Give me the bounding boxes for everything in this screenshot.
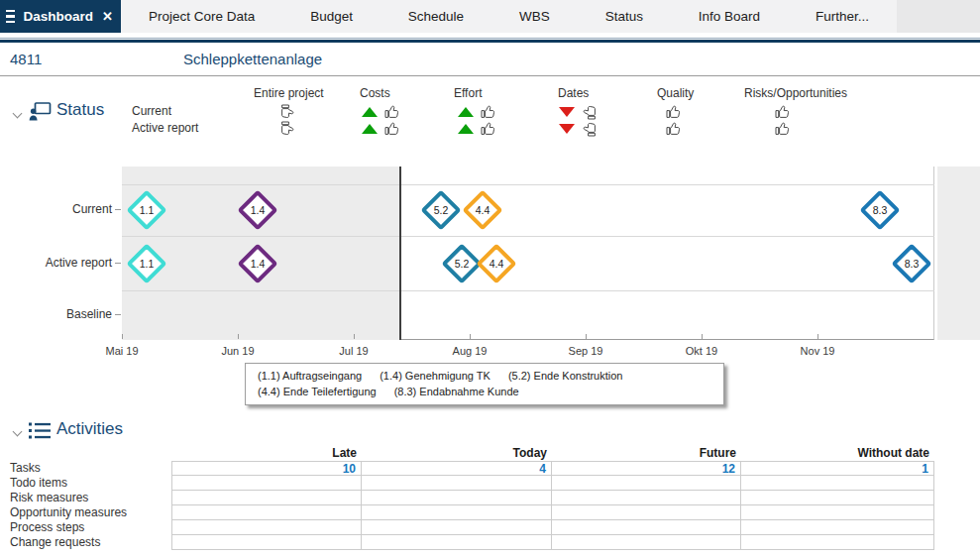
activities-cell[interactable]: 4	[362, 461, 552, 476]
activities-cell	[171, 520, 362, 535]
activities-cell	[552, 491, 741, 505]
svg-text:5.2: 5.2	[455, 258, 470, 270]
tab-dashboard-active[interactable]: Dashboard ✕	[0, 0, 121, 33]
milestone-diamond-1-4[interactable]: 1.4	[237, 189, 278, 235]
chart-row-label-active-report: Active report	[0, 256, 112, 270]
collapse-chevron-activities[interactable]	[13, 427, 23, 437]
activities-cell	[552, 520, 741, 535]
month-label-sep-19: Sep 19	[569, 345, 603, 357]
status-indicator-risks-opportunities	[775, 103, 791, 120]
thumb-up-icon	[481, 104, 496, 120]
status-row-label-current: Current	[132, 104, 171, 118]
tab-schedule[interactable]: Schedule	[381, 0, 491, 33]
activities-cell	[362, 491, 552, 505]
status-indicator-costs	[362, 103, 400, 120]
status-indicator-quality	[666, 120, 682, 137]
status-col-header-dates: Dates	[558, 86, 589, 100]
milestone-diamond-1-1[interactable]: 1.1	[126, 243, 167, 288]
activities-cell	[362, 535, 552, 550]
trend-up-icon	[362, 107, 378, 117]
activities-row-label-todo-items: Todo items	[10, 476, 171, 491]
activities-cell[interactable]: 12	[552, 461, 741, 476]
tab-info-board[interactable]: Info Board	[671, 0, 788, 33]
row-tick	[115, 263, 121, 264]
svg-text:8.3: 8.3	[873, 204, 888, 216]
milestone-diamond-8-3[interactable]: 8.3	[859, 189, 901, 235]
dashboard-page: Dashboard ✕ Project Core DataBudgetSched…	[0, 0, 980, 558]
status-section-title: Status	[56, 100, 104, 120]
thumb-up-icon	[481, 121, 496, 137]
milestone-diamond-1-1[interactable]: 1.1	[126, 189, 167, 235]
legend-item: (5.2) Ende Konstruktion	[508, 370, 623, 382]
trend-down-icon	[559, 107, 575, 117]
milestone-diamond-1-4[interactable]: 1.4	[237, 243, 278, 288]
today-line	[399, 167, 401, 340]
tab-budget[interactable]: Budget	[282, 0, 381, 33]
axis-tick	[122, 334, 123, 339]
milestone-chart[interactable]: 1.11.45.24.48.31.11.45.24.48.3	[122, 167, 934, 340]
activities-cell	[741, 535, 934, 550]
month-label-jul-19: Jul 19	[339, 345, 368, 357]
milestone-diamond-8-3[interactable]: 8.3	[891, 243, 932, 288]
axis-tick	[817, 334, 818, 339]
svg-text:5.2: 5.2	[434, 204, 449, 216]
axis-tick	[702, 334, 703, 339]
activities-row-label-opportunity-measures: Opportunity measures	[10, 505, 171, 520]
tab-project-core-data[interactable]: Project Core Data	[121, 0, 282, 33]
chart-gridline	[122, 236, 934, 237]
milestone-legend: (1.1) Auftragseingang(1.4) Genehmigung T…	[245, 363, 724, 405]
axis-tick	[586, 334, 587, 339]
close-icon[interactable]: ✕	[102, 9, 113, 24]
activities-corner	[10, 446, 171, 461]
activities-cell	[741, 505, 934, 520]
collapse-chevron-status[interactable]	[13, 109, 23, 119]
activities-cell[interactable]: 1	[741, 461, 934, 476]
activities-col-header-without-date: Without date	[741, 446, 934, 461]
thumb-up-icon	[384, 121, 400, 137]
active-tab-label: Dashboard	[24, 9, 94, 24]
menu-icon[interactable]	[6, 10, 15, 23]
status-col-header-entire-project: Entire project	[254, 86, 324, 100]
trend-up-icon	[362, 124, 378, 134]
status-indicator-dates	[559, 120, 598, 137]
tab-status[interactable]: Status	[578, 0, 671, 33]
divider-line-navy	[0, 40, 980, 43]
status-col-header-risks-opportunities: Risks/Opportunities	[744, 86, 847, 100]
tab-wbs[interactable]: WBS	[491, 0, 578, 33]
milestone-diamond-4-4[interactable]: 4.4	[476, 243, 517, 288]
tab-further[interactable]: Further...	[788, 0, 897, 33]
activities-cell	[171, 491, 362, 505]
divider-line-thin	[0, 38, 980, 39]
legend-item: (1.1) Auftragseingang	[258, 370, 362, 382]
activities-col-header-today: Today	[362, 446, 552, 461]
thumb-up-icon	[775, 121, 791, 137]
activities-cell[interactable]: 10	[171, 461, 362, 476]
activities-row-label-tasks: Tasks	[10, 461, 171, 476]
activities-cell	[552, 505, 741, 520]
activities-cell	[741, 491, 934, 505]
chart-gridline	[122, 184, 934, 185]
status-indicator-entire-project	[279, 103, 295, 120]
milestone-diamond-4-4[interactable]: 4.4	[462, 189, 503, 235]
tab-strip-filler	[897, 0, 980, 33]
activities-cell	[362, 520, 552, 535]
svg-text:1.1: 1.1	[140, 258, 155, 270]
svg-text:1.4: 1.4	[251, 258, 266, 270]
legend-item: (1.4) Genehmigung TK	[380, 370, 490, 382]
activities-col-header-late: Late	[171, 446, 362, 461]
svg-text:4.4: 4.4	[476, 204, 490, 216]
month-label-nov-19: Nov 19	[801, 345, 835, 357]
trend-down-icon	[559, 124, 575, 134]
activities-cell	[171, 476, 362, 491]
thumb-neutral-icon	[279, 104, 295, 120]
tab-bar: Dashboard ✕ Project Core DataBudgetSched…	[0, 0, 980, 33]
activities-table: LateTodayFutureWithout dateTasks104121To…	[10, 446, 934, 550]
activities-cell	[362, 505, 552, 520]
chart-right-gutter	[937, 167, 980, 340]
project-header: 4811 Schleppkettenanlage	[0, 44, 980, 76]
milestone-diamond-5-2[interactable]: 5.2	[420, 189, 462, 235]
thumb-neutral-icon	[279, 121, 295, 137]
project-name: Schleppkettenanlage	[183, 51, 322, 67]
row-tick	[115, 209, 121, 210]
activities-cell	[741, 520, 934, 535]
